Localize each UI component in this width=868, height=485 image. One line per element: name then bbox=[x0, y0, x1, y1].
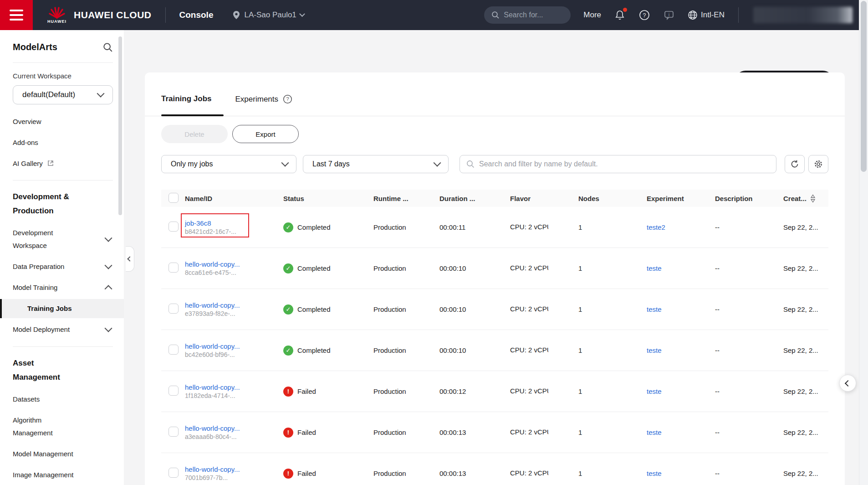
description-cell: -- bbox=[715, 223, 783, 231]
job-id: 7001b697-7b... bbox=[185, 474, 283, 481]
experiment-link[interactable]: teste2 bbox=[647, 223, 665, 231]
sidebar-item-data-preparation[interactable]: Data Preparation bbox=[13, 256, 113, 277]
huawei-logo-text: HUAWEI bbox=[47, 19, 66, 24]
sidebar-item-model-deployment[interactable]: Model Deployment bbox=[13, 319, 113, 340]
row-checkbox[interactable] bbox=[168, 427, 179, 437]
row-checkbox[interactable] bbox=[168, 345, 179, 355]
column-header-duration: Duration ... bbox=[439, 195, 510, 202]
runtime-cell: Production bbox=[373, 346, 439, 354]
panel-collapse-button[interactable] bbox=[839, 375, 856, 392]
nodes-cell: 1 bbox=[578, 264, 647, 272]
help-icon[interactable]: ? bbox=[638, 9, 650, 21]
sidebar-collapse-handle[interactable] bbox=[126, 246, 134, 272]
scrollbar-thumb[interactable] bbox=[861, 1, 867, 172]
status-label: Failed bbox=[297, 470, 316, 477]
created-cell: Sep 22, 2... bbox=[783, 346, 828, 354]
table-row: hello-world-copy... bc42e60d-bf96-... ✓ … bbox=[161, 330, 828, 371]
job-name-link[interactable]: hello-world-copy... bbox=[185, 260, 283, 268]
flavor-cell: CPU: 2 vCPU bbox=[510, 387, 548, 395]
huawei-logo[interactable]: HUAWEI bbox=[47, 7, 66, 24]
nodes-cell: 1 bbox=[578, 470, 647, 477]
job-scope-select[interactable]: Only my jobs bbox=[161, 155, 296, 173]
job-name-link[interactable]: hello-world-copy... bbox=[185, 342, 283, 350]
column-header-created[interactable]: Creat... bbox=[783, 194, 816, 203]
runtime-cell: Production bbox=[373, 470, 439, 477]
notifications-bell-icon[interactable] bbox=[614, 9, 626, 21]
description-cell: -- bbox=[715, 264, 783, 272]
experiment-link[interactable]: teste bbox=[647, 264, 662, 272]
sort-icon[interactable] bbox=[810, 194, 816, 203]
gear-icon bbox=[813, 159, 823, 169]
job-id: e37893a9-f82e-... bbox=[185, 310, 283, 317]
row-checkbox[interactable] bbox=[168, 222, 179, 232]
region-selector[interactable]: LA-Sao Paulo1 bbox=[232, 10, 304, 20]
sidebar-item-development-workspace[interactable]: Development Workspace bbox=[13, 222, 113, 256]
svg-text:?: ? bbox=[286, 96, 289, 102]
console-link[interactable]: Console bbox=[179, 10, 214, 20]
row-checkbox[interactable] bbox=[168, 304, 179, 314]
column-settings-button[interactable] bbox=[808, 155, 828, 173]
experiment-link[interactable]: teste bbox=[647, 346, 662, 354]
experiment-link[interactable]: teste bbox=[647, 470, 662, 477]
more-menu[interactable]: More bbox=[583, 10, 601, 20]
select-all-checkbox[interactable] bbox=[168, 193, 179, 203]
workspace-select[interactable]: default(Default) bbox=[13, 85, 113, 104]
sidebar-scrollbar[interactable] bbox=[118, 36, 122, 215]
sidebar-item-training-jobs-active[interactable]: Training Jobs bbox=[0, 299, 124, 318]
row-checkbox[interactable] bbox=[168, 468, 179, 478]
hamburger-menu-icon[interactable] bbox=[0, 0, 33, 30]
sidebar-item-datasets[interactable]: Datasets bbox=[13, 389, 113, 410]
sidebar-item-model-training[interactable]: Model Training bbox=[13, 277, 113, 298]
chevron-left-icon bbox=[127, 256, 132, 261]
training-jobs-table: Name/ID Status Runtime ... Duration ... … bbox=[161, 190, 828, 485]
sidebar-search-icon[interactable] bbox=[103, 42, 113, 52]
created-cell: Sep 22, 2... bbox=[783, 305, 828, 313]
job-name-link[interactable]: hello-world-copy... bbox=[185, 465, 283, 473]
active-indicator bbox=[0, 299, 2, 318]
feedback-icon[interactable]: i bbox=[663, 9, 675, 21]
delete-button[interactable]: Delete bbox=[161, 125, 228, 143]
global-search-input[interactable]: Search for... bbox=[484, 6, 571, 24]
job-name-link[interactable]: job-36c8 bbox=[185, 219, 283, 227]
export-button[interactable]: Export bbox=[232, 125, 299, 143]
row-checkbox[interactable] bbox=[168, 263, 179, 273]
huawei-petals-icon bbox=[47, 7, 66, 19]
time-range-select[interactable]: Last 7 days bbox=[303, 155, 449, 173]
language-label: Intl-EN bbox=[701, 10, 725, 20]
job-name-link[interactable]: hello-world-copy... bbox=[185, 383, 283, 391]
table-body: job-36c8 b8421cd2-16c7-... ✓ Completed P… bbox=[161, 207, 828, 485]
sidebar-item-model-management[interactable]: Model Management bbox=[13, 444, 113, 464]
page-scrollbar[interactable] bbox=[859, 0, 868, 485]
created-cell: Sep 22, 2... bbox=[783, 428, 828, 436]
sidebar-item-image-management[interactable]: Image Management bbox=[13, 464, 113, 485]
sidebar-item-overview[interactable]: Overview bbox=[13, 111, 113, 132]
experiment-link[interactable]: teste bbox=[647, 428, 662, 436]
column-header-nodes: Nodes bbox=[578, 195, 647, 202]
job-id: bc42e60d-bf96-... bbox=[185, 351, 283, 358]
language-selector[interactable]: Intl-EN bbox=[688, 10, 725, 20]
refresh-button[interactable] bbox=[785, 155, 805, 173]
status-icon: ✓ bbox=[283, 304, 293, 315]
account-name-redacted[interactable] bbox=[753, 7, 853, 23]
status-label: Failed bbox=[297, 428, 316, 436]
status-label: Completed bbox=[297, 346, 331, 354]
job-name-link[interactable]: hello-world-copy... bbox=[185, 301, 283, 309]
tab-experiments[interactable]: Experiments ? bbox=[235, 93, 292, 116]
row-checkbox[interactable] bbox=[168, 386, 179, 396]
sidebar-item-add-ons[interactable]: Add-ons bbox=[13, 132, 113, 153]
description-cell: -- bbox=[715, 346, 783, 354]
tab-training-jobs[interactable]: Training Jobs bbox=[161, 93, 212, 115]
job-name-link[interactable]: hello-world-copy... bbox=[185, 424, 283, 432]
sidebar-item-ai-gallery[interactable]: AI Gallery bbox=[13, 153, 113, 174]
runtime-cell: Production bbox=[373, 223, 439, 231]
status-label: Failed bbox=[297, 387, 316, 395]
job-id: a3eaaa6b-80c4-... bbox=[185, 433, 283, 440]
svg-text:?: ? bbox=[643, 12, 646, 19]
search-input[interactable] bbox=[479, 160, 770, 168]
sidebar-item-algorithm-management[interactable]: Algorithm Management bbox=[13, 410, 113, 444]
flavor-cell: CPU: 2 vCPU bbox=[510, 264, 548, 272]
help-icon[interactable]: ? bbox=[283, 94, 292, 104]
runtime-cell: Production bbox=[373, 264, 439, 272]
experiment-link[interactable]: teste bbox=[647, 305, 662, 313]
experiment-link[interactable]: teste bbox=[647, 387, 662, 395]
